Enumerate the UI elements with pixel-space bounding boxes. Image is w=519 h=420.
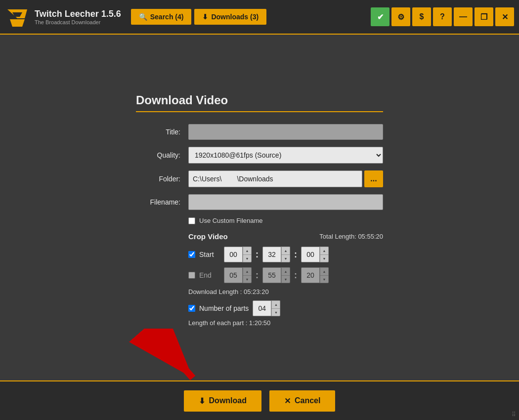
start-sec-up[interactable]: ▲ — [320, 247, 329, 254]
start-min-spinner: ▲ ▼ — [262, 247, 290, 262]
crop-section: Crop Video Total Length: 05:55:20 Start … — [188, 232, 383, 327]
download-btn-icon: ⬇ — [199, 396, 205, 406]
parts-down[interactable]: ▼ — [271, 308, 280, 316]
gear-button[interactable]: ⚙ — [391, 7, 410, 26]
title-divider — [136, 111, 383, 112]
start-hour-input[interactable] — [224, 247, 243, 262]
title-row: Title: — [136, 124, 383, 140]
total-length: Total Length: 05:55:20 — [319, 233, 383, 240]
custom-filename-checkbox[interactable] — [188, 217, 195, 224]
end-checkbox[interactable] — [188, 272, 195, 279]
start-hour-spinner: ▲ ▼ — [224, 247, 252, 262]
window-controls: ✔ ⚙ $ ? — ❐ ✕ — [371, 7, 514, 26]
start-sec-down[interactable]: ▼ — [320, 254, 329, 262]
end-sec-down[interactable]: ▼ — [320, 275, 329, 283]
end-time-row: End ▲ ▼ : ▲ ▼ : — [188, 267, 383, 283]
folder-label: Folder: — [136, 175, 180, 183]
end-hour-input[interactable] — [224, 267, 243, 283]
parts-row: Number of parts ▲ ▼ — [188, 300, 383, 316]
start-checkbox[interactable] — [188, 251, 195, 258]
folder-input[interactable] — [188, 170, 362, 187]
app-subtitle: The Broadcast Downloader — [35, 19, 121, 25]
start-sec-spinner: ▲ ▼ — [301, 247, 329, 262]
titlebar: Twitch Leecher 1.5.6 The Broadcast Downl… — [0, 0, 519, 35]
svg-marker-1 — [10, 19, 25, 27]
part-length: Length of each part : 1:20:50 — [188, 319, 383, 327]
resize-handle[interactable]: ⠿ — [512, 411, 516, 418]
download-icon: ⬇ — [202, 13, 208, 21]
parts-input[interactable] — [253, 300, 271, 316]
sep4: : — [294, 270, 297, 281]
cancel-btn-label: Cancel — [295, 396, 320, 405]
check-button[interactable]: ✔ — [371, 7, 389, 26]
folder-input-group: ... — [188, 170, 383, 187]
custom-filename-label: Use Custom Filename — [199, 217, 263, 224]
minimize-button[interactable]: — — [454, 7, 473, 26]
close-button[interactable]: ✕ — [495, 7, 514, 26]
end-min-up[interactable]: ▲ — [281, 267, 290, 275]
cancel-button[interactable]: ✕ Cancel — [269, 390, 335, 412]
title-label: Title: — [136, 128, 180, 136]
title-input[interactable] — [188, 124, 383, 140]
end-label: End — [199, 271, 220, 279]
start-hour-down[interactable]: ▼ — [243, 254, 252, 262]
end-hour-spinner: ▲ ▼ — [224, 267, 252, 283]
cancel-btn-icon: ✕ — [284, 396, 291, 406]
parts-checkbox[interactable] — [188, 305, 195, 312]
app-logo — [5, 4, 30, 29]
folder-row: Folder: ... — [136, 170, 383, 187]
end-hour-down[interactable]: ▼ — [243, 275, 252, 283]
quality-select[interactable]: 1920x1080@61fps (Source) — [188, 147, 383, 164]
end-min-down[interactable]: ▼ — [281, 275, 290, 283]
quality-row: Quality: 1920x1080@61fps (Source) — [136, 147, 383, 164]
sep2: : — [294, 250, 297, 260]
crop-header: Crop Video Total Length: 05:55:20 — [188, 232, 383, 241]
search-nav-button[interactable]: 🔍 Search (4) — [131, 9, 192, 25]
download-length: Download Length : 05:23:20 — [188, 288, 383, 295]
end-sec-up[interactable]: ▲ — [320, 267, 329, 275]
start-min-down[interactable]: ▼ — [281, 254, 290, 262]
dollar-button[interactable]: $ — [412, 7, 431, 26]
start-sec-input[interactable] — [301, 247, 320, 262]
search-icon: 🔍 — [139, 13, 147, 21]
crop-title: Crop Video — [188, 232, 228, 241]
parts-label: Number of parts — [199, 304, 249, 312]
start-label: Start — [199, 251, 220, 258]
start-min-input[interactable] — [262, 247, 281, 262]
end-sec-input[interactable] — [301, 267, 320, 283]
app-title: Twitch Leecher 1.5.6 — [35, 9, 121, 19]
end-hour-up[interactable]: ▲ — [243, 267, 252, 275]
help-button[interactable]: ? — [433, 7, 452, 26]
downloads-nav-button[interactable]: ⬇ Downloads (3) — [194, 9, 266, 25]
maximize-button[interactable]: ❐ — [475, 7, 493, 26]
sep1: : — [256, 250, 259, 260]
start-hour-up[interactable]: ▲ — [243, 247, 252, 254]
parts-up[interactable]: ▲ — [271, 300, 280, 308]
end-sec-spinner: ▲ ▼ — [301, 267, 329, 283]
bottom-bar: ⬇ Download ✕ Cancel ⠿ — [0, 380, 519, 420]
start-time-row: Start ▲ ▼ : ▲ ▼ — [188, 247, 383, 262]
end-min-input[interactable] — [262, 267, 281, 283]
download-dialog: Download Video Title: Quality: 1920x1080… — [116, 79, 403, 336]
parts-spinner: ▲ ▼ — [253, 300, 280, 316]
end-min-spinner: ▲ ▼ — [262, 267, 290, 283]
folder-browse-button[interactable]: ... — [364, 170, 383, 187]
custom-filename-row: Use Custom Filename — [188, 217, 383, 224]
quality-label: Quality: — [136, 151, 180, 159]
filename-label: Filename: — [136, 198, 180, 206]
filename-input[interactable] — [188, 194, 383, 210]
app-title-block: Twitch Leecher 1.5.6 The Broadcast Downl… — [35, 9, 121, 25]
dialog-title: Download Video — [136, 93, 383, 107]
start-min-up[interactable]: ▲ — [281, 247, 290, 254]
nav-buttons: 🔍 Search (4) ⬇ Downloads (3) — [131, 9, 371, 25]
sep3: : — [256, 270, 259, 281]
download-button[interactable]: ⬇ Download — [184, 390, 261, 412]
filename-row: Filename: — [136, 194, 383, 210]
download-btn-label: Download — [209, 396, 247, 405]
main-content: Download Video Title: Quality: 1920x1080… — [0, 35, 519, 380]
